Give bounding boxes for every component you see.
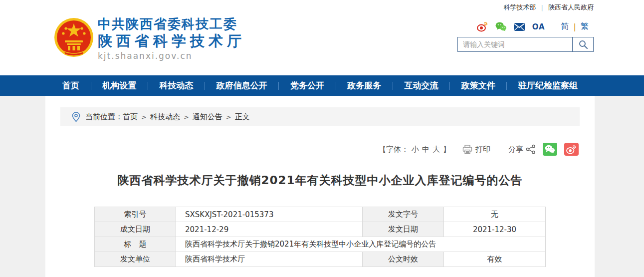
breadcrumb-current: 正文: [235, 112, 250, 122]
nav-separator: [278, 82, 279, 90]
site-url: kjt.shaanxi.gov.cn: [98, 50, 245, 61]
document-meta-table: 索引号 SXSKXJST-2021-015373 发文字号 无 成文日期 202…: [94, 207, 546, 267]
nav-separator: [506, 82, 507, 90]
org-name-line2: 陕西省科学技术厅: [98, 32, 245, 50]
site-header: 中共陕西省委科技工委 陕西省科学技术厅 kjt.shaanxi.gov.cn: [0, 15, 644, 75]
meta-label-written-date: 成文日期: [95, 222, 176, 237]
share-nodes-icon: [526, 144, 536, 154]
meta-label-validity: 公文时效: [363, 252, 444, 267]
page-background: 当前位置： 首页 > 科技动态 > 通知公告 > 正文 【字体： 小 中 大 】: [0, 96, 644, 277]
main-navbar: 首页 机构设置 科技动态 政府信息公开 党务公开 政务服务 互动交流 政策文件 …: [0, 75, 644, 96]
font-bracket-open: 【字体：: [379, 145, 409, 154]
nav-item-home[interactable]: 首页: [62, 80, 79, 91]
search-button[interactable]: [572, 37, 593, 51]
font-size-large[interactable]: 大: [432, 145, 440, 154]
article-title: 陕西省科学技术厅关于撤销2021年有关科技型中小企业入库登记编号的公告: [45, 173, 595, 188]
font-bracket-close: 】: [443, 145, 450, 154]
brand-text: 中共陕西省委科技工委 陕西省科学技术厅 kjt.shaanxi.gov.cn: [98, 16, 245, 61]
nav-item-gov-services[interactable]: 政务服务: [347, 80, 381, 91]
table-row: 发文单位 陕西省科学技术厅 公文时效 有效: [95, 252, 546, 267]
nav-separator: [449, 82, 450, 90]
header-icon-row: OA 简 | 繁: [477, 21, 589, 32]
content-container: 当前位置： 首页 > 科技动态 > 通知公告 > 正文 【字体： 小 中 大 】: [45, 96, 595, 277]
nav-item-gov-info[interactable]: 政府信息公开: [216, 80, 267, 91]
print-button[interactable]: 打印: [462, 145, 490, 154]
weibo-icon: [566, 145, 577, 154]
breadcrumb-label: 当前位置：: [85, 112, 123, 122]
breadcrumb-separator: >: [226, 113, 231, 121]
meta-value-issuing-unit: 陕西省科学技术厅: [176, 252, 363, 267]
print-label: 打印: [475, 145, 490, 154]
share-control[interactable]: 分享: [508, 144, 536, 154]
lang-simplified[interactable]: 简: [561, 21, 569, 32]
org-name-line1: 中共陕西省委科技工委: [98, 16, 245, 32]
oa-link[interactable]: OA: [532, 22, 545, 31]
meta-label-title: 标 题: [95, 237, 176, 252]
nav-separator: [148, 82, 148, 90]
nav-separator: [336, 82, 336, 90]
lang-separator: |: [574, 22, 576, 31]
font-size-small[interactable]: 小: [412, 145, 419, 154]
nav-separator: [393, 82, 393, 90]
font-size-control: 【字体： 小 中 大 】: [379, 145, 450, 154]
breadcrumb-separator: >: [184, 113, 189, 121]
meta-value-index-number: SXSKXJST-2021-015373: [176, 207, 363, 222]
table-row: 成文日期 2021-12-29 发文日期 2021-12-30: [95, 222, 546, 237]
breadcrumb-separator: >: [141, 113, 147, 121]
search-icon: [578, 39, 588, 49]
meta-value-title: 陕西省科学技术厅关于撤销2021年有关科技型中小企业入库登记编号的公告: [176, 237, 546, 252]
lang-traditional[interactable]: 繁: [581, 21, 589, 32]
mail-icon[interactable]: [514, 21, 525, 32]
wechat-icon: [545, 145, 555, 154]
language-switch: 简 | 繁: [561, 21, 589, 32]
weibo-icon[interactable]: [477, 21, 488, 32]
site-search: [457, 37, 594, 52]
nav-item-organization[interactable]: 机构设置: [102, 80, 136, 91]
share-label: 分享: [508, 145, 523, 154]
meta-label-index-number: 索引号: [95, 207, 176, 222]
breadcrumb-notices[interactable]: 通知公告: [193, 112, 222, 122]
share-wechat-button[interactable]: [543, 143, 557, 156]
national-emblem-logo: [54, 17, 94, 59]
meta-value-validity: 有效: [444, 252, 546, 267]
article-toolbar: 【字体： 小 中 大 】 打印 分享: [45, 142, 595, 156]
location-pin-icon: [72, 112, 80, 122]
meta-label-doc-number: 发文字号: [363, 207, 444, 222]
font-size-medium[interactable]: 中: [422, 145, 429, 154]
site-brand: 中共陕西省委科技工委 陕西省科学技术厅 kjt.shaanxi.gov.cn: [54, 16, 245, 61]
nav-item-party-affairs[interactable]: 党务公开: [290, 80, 324, 91]
meta-value-issue-date: 2021-12-30: [444, 222, 546, 237]
printer-icon: [462, 145, 472, 154]
nav-item-discipline-inspection[interactable]: 驻厅纪检监察组: [518, 80, 578, 91]
breadcrumb-tech-news[interactable]: 科技动态: [150, 112, 180, 122]
share-weibo-button[interactable]: [564, 143, 579, 156]
wechat-icon[interactable]: [495, 21, 507, 32]
meta-label-issue-date: 发文日期: [363, 222, 444, 237]
breadcrumb: 当前位置： 首页 > 科技动态 > 通知公告 > 正文: [60, 107, 580, 126]
meta-value-written-date: 2021-12-29: [176, 222, 363, 237]
top-links-separator: |: [541, 4, 543, 11]
meta-value-doc-number: 无: [444, 207, 546, 222]
table-row: 标 题 陕西省科学技术厅关于撤销2021年有关科技型中小企业入库登记编号的公告: [95, 237, 546, 252]
nav-item-policy-docs[interactable]: 政策文件: [461, 80, 495, 91]
table-row: 索引号 SXSKXJST-2021-015373 发文字号 无: [95, 207, 546, 222]
meta-label-issuing-unit: 发文单位: [95, 252, 176, 267]
link-shaanxi-gov[interactable]: 陕西省人民政府: [548, 3, 594, 12]
search-input[interactable]: [458, 38, 572, 51]
top-link-bar: 科学技术部 | 陕西省人民政府: [0, 0, 644, 15]
nav-item-tech-news[interactable]: 科技动态: [160, 80, 194, 91]
link-most[interactable]: 科学技术部: [504, 3, 536, 12]
nav-separator: [91, 82, 91, 90]
nav-item-interaction[interactable]: 互动交流: [405, 80, 438, 91]
breadcrumb-home[interactable]: 首页: [123, 112, 138, 122]
nav-separator: [205, 82, 205, 90]
